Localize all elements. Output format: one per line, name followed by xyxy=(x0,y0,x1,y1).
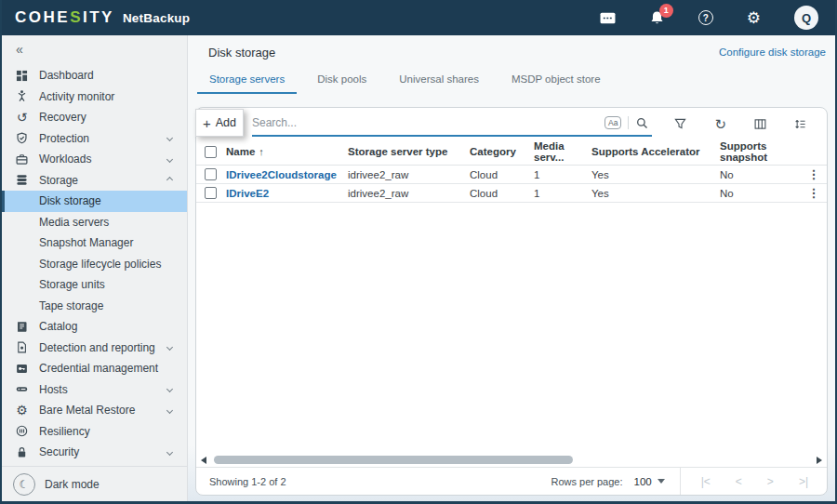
chevron-down-icon xyxy=(166,344,173,351)
scroll-right-icon[interactable] xyxy=(817,457,822,464)
sidebar-item-snapshot-manager[interactable]: Snapshot Manager xyxy=(2,232,187,254)
configure-disk-storage-link[interactable]: Configure disk storage xyxy=(719,46,826,58)
sidebar-item-storage-units[interactable]: Storage units xyxy=(2,274,187,296)
chevron-up-icon xyxy=(166,177,173,183)
sidebar-item-disk-storage[interactable]: Disk storage xyxy=(2,191,187,212)
column-header-supports-accelerator[interactable]: Supports Accelerator xyxy=(591,146,720,157)
recovery-history-icon: ↺ xyxy=(15,111,29,124)
dashboard-icon xyxy=(15,70,29,82)
sidebar-item-storage-lifecycle-policies[interactable]: Storage lifecycle policies xyxy=(2,254,187,275)
sidebar-item-tape-storage[interactable]: Tape storage xyxy=(2,296,187,317)
match-case-toggle[interactable]: Aa xyxy=(604,116,621,129)
last-page-icon[interactable]: >| xyxy=(799,475,808,488)
hosts-server-icon xyxy=(15,383,29,395)
cohesity-logo: COHESITY xyxy=(15,8,114,27)
sidebar-item-credential-management[interactable]: Credential management xyxy=(2,358,187,379)
credential-key-icon xyxy=(15,363,29,375)
column-header-type[interactable]: Storage server type xyxy=(348,146,470,157)
column-header-media-servers[interactable]: Media serv... xyxy=(534,140,591,163)
columns-icon[interactable] xyxy=(754,118,766,130)
sidebar-item-bare-metal-restore[interactable]: ⚙ Bare Metal Restore xyxy=(2,400,187,421)
app-window: COHESITY NetBackup 1 ? ⚙ Q « Dashboard xyxy=(0,0,837,504)
sidebar-item-protection[interactable]: Protection xyxy=(2,128,187,150)
notifications-bell-icon[interactable]: 1 xyxy=(649,10,665,26)
shield-check-icon xyxy=(15,132,29,144)
whats-new-ticket-icon[interactable] xyxy=(600,12,616,24)
sort-ascending-icon: ↑ xyxy=(259,146,264,157)
sidebar-item-resiliency[interactable]: Resiliency xyxy=(2,421,187,443)
report-document-icon xyxy=(15,341,29,353)
column-header-category[interactable]: Category xyxy=(470,146,534,157)
filter-icon[interactable] xyxy=(674,118,686,130)
tab-universal-shares[interactable]: Universal shares xyxy=(387,68,491,94)
sidebar-item-security[interactable]: Security xyxy=(2,442,187,463)
sidebar-item-activity-monitor[interactable]: Activity monitor xyxy=(2,86,187,108)
sidebar-item-catalog[interactable]: Catalog xyxy=(2,316,187,338)
sidebar-item-hosts[interactable]: Hosts xyxy=(2,379,187,401)
sidebar-item-workloads[interactable]: Workloads xyxy=(2,149,187,170)
first-page-icon[interactable]: |< xyxy=(701,475,711,488)
sidebar-item-storage[interactable]: Storage xyxy=(2,170,187,192)
scrollbar-track[interactable] xyxy=(212,456,811,464)
chevron-down-icon xyxy=(166,449,173,456)
resiliency-icon xyxy=(15,425,29,437)
search-input[interactable] xyxy=(252,116,604,129)
row-checkbox[interactable] xyxy=(205,168,217,180)
activity-monitor-icon xyxy=(15,90,29,102)
tab-storage-servers[interactable]: Storage servers xyxy=(197,68,297,94)
table-footer: Showing 1-2 of 2 Rows per page: 100 |< <… xyxy=(196,467,827,495)
row-actions-kebab-icon[interactable]: ⋮ xyxy=(801,167,827,181)
settings-gear-icon[interactable]: ⚙ xyxy=(747,10,761,26)
column-header-name[interactable]: Name↑ xyxy=(226,146,348,157)
storage-stack-icon xyxy=(15,174,29,186)
user-avatar[interactable]: Q xyxy=(794,6,818,30)
rows-per-page-label: Rows per page: xyxy=(551,476,622,487)
storage-server-link[interactable]: IDrivee2Cloudstorage xyxy=(226,169,348,180)
moon-icon: ☾ xyxy=(13,473,35,496)
brand-prefix: COHE xyxy=(15,8,70,26)
storage-server-link[interactable]: IDriveE2 xyxy=(226,188,348,199)
divider xyxy=(628,116,629,129)
horizontal-scrollbar xyxy=(196,453,827,467)
scroll-left-icon[interactable] xyxy=(201,457,206,464)
tab-msdp-object-store[interactable]: MSDP object store xyxy=(499,68,613,94)
tab-disk-pools[interactable]: Disk pools xyxy=(305,68,379,94)
sidebar-item-dashboard[interactable]: Dashboard xyxy=(2,65,187,86)
divider xyxy=(680,468,681,495)
table-row: IDrivee2Cloudstorage idrivee2_raw Cloud … xyxy=(196,166,827,184)
top-header: COHESITY NetBackup 1 ? ⚙ Q xyxy=(2,0,835,35)
sidebar-item-media-servers[interactable]: Media servers xyxy=(2,212,187,233)
dark-mode-toggle[interactable]: ☾ Dark mode xyxy=(2,466,187,501)
row-density-icon[interactable] xyxy=(794,118,806,130)
row-checkbox[interactable] xyxy=(205,187,217,199)
sidebar-item-recovery[interactable]: ↺ Recovery xyxy=(2,107,187,128)
scrollbar-thumb[interactable] xyxy=(214,456,573,464)
column-header-supports-snapshot[interactable]: Supports snapshot xyxy=(720,140,801,163)
select-all-checkbox[interactable] xyxy=(205,146,217,158)
row-actions-kebab-icon[interactable]: ⋮ xyxy=(801,186,827,200)
caret-down-icon[interactable] xyxy=(658,479,665,484)
showing-count: Showing 1-2 of 2 xyxy=(209,476,286,487)
table-header-row: Name↑ Storage server type Category Media… xyxy=(196,139,827,166)
search-icon[interactable] xyxy=(636,117,648,129)
previous-page-icon[interactable]: < xyxy=(736,475,742,488)
tab-bar: Storage servers Disk pools Universal sha… xyxy=(188,68,835,94)
catalog-book-icon xyxy=(15,321,29,333)
gear-wrench-icon: ⚙ xyxy=(15,404,29,417)
brand-accent: S xyxy=(70,8,83,26)
next-page-icon[interactable]: > xyxy=(767,475,774,488)
sidebar-item-detection-and-reporting[interactable]: Detection and reporting xyxy=(2,338,187,359)
refresh-icon[interactable]: ↻ xyxy=(714,117,726,131)
notification-badge: 1 xyxy=(659,4,673,18)
main-content: Disk storage Configure disk storage Stor… xyxy=(188,35,835,501)
rows-per-page-select[interactable]: 100 xyxy=(634,476,652,487)
table-toolbar: Aa ↻ xyxy=(196,109,827,139)
chevron-down-icon xyxy=(166,135,173,141)
sidebar-collapse-icon[interactable]: « xyxy=(2,35,187,63)
plus-icon: + xyxy=(203,115,211,131)
help-icon[interactable]: ? xyxy=(698,10,713,25)
storage-servers-card: + Add Aa ↻ xyxy=(195,107,828,496)
brand-suffix: ITY xyxy=(83,8,114,26)
page-title: Disk storage xyxy=(208,46,275,60)
add-button[interactable]: + Add xyxy=(195,109,244,137)
